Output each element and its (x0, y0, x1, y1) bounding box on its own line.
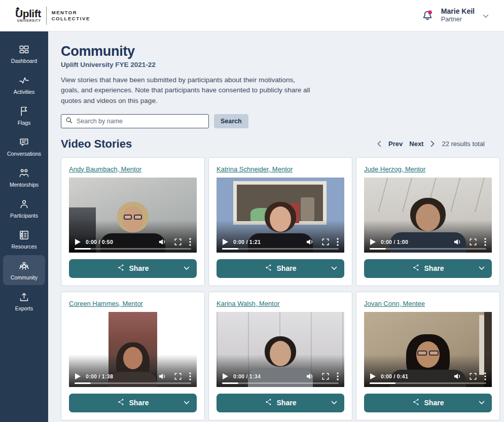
sidebar-item-participants[interactable]: Participants (3, 193, 45, 223)
mentor-collective-logo: MENTOR COLLECTIVE (52, 10, 90, 22)
share-label: Share (129, 399, 149, 407)
video-player[interactable]: 0:00 / 1:34 (217, 312, 344, 387)
search-input[interactable] (77, 118, 204, 125)
volume-icon[interactable] (454, 238, 462, 245)
bell-icon[interactable] (421, 9, 434, 22)
chevron-down-icon (184, 266, 190, 270)
share-icon (412, 398, 420, 407)
video-progress-bar[interactable] (75, 248, 191, 250)
video-controls: 0:00 / 0:41 (364, 372, 492, 380)
activities-icon (4, 75, 44, 87)
video-story-card: Katrina Schneider, Mentor 0:00 / 1:21 (208, 157, 352, 286)
video-progress-bar[interactable] (370, 382, 486, 384)
video-progress-bar[interactable] (370, 248, 486, 250)
mentorships-icon (4, 167, 44, 180)
fullscreen-icon[interactable] (174, 238, 182, 245)
video-time: 0:00 / 0:41 (381, 373, 408, 379)
chevron-down-icon (479, 401, 485, 405)
participant-link[interactable]: Coreen Hammes, Mentor (69, 300, 143, 307)
sidebar-item-label: Dashboard (4, 58, 44, 64)
sidebar-item-label: Participants (4, 213, 44, 219)
kebab-menu-icon[interactable] (484, 372, 486, 380)
sidebar-item-resources[interactable]: Resources (3, 224, 45, 254)
share-button[interactable]: Share (69, 259, 197, 278)
app-header: Uplift UNIVERSITY MENTOR COLLECTIVE Mari… (0, 0, 504, 31)
sidebar-item-mentorships[interactable]: Mentorships (3, 162, 45, 192)
brand-subtext: UNIVERSITY (15, 19, 41, 23)
section-title: Video Stories (61, 137, 132, 151)
video-player[interactable]: 0:00 / 0:41 (364, 312, 492, 387)
video-progress-bar[interactable] (222, 382, 339, 384)
play-icon[interactable] (75, 373, 81, 380)
video-player[interactable]: 0:00 / 1:21 (217, 178, 344, 253)
org-line1: MENTOR (52, 10, 90, 16)
kebab-menu-icon[interactable] (337, 372, 339, 380)
video-story-card: Jude Herzog, Mentor 0:00 / 1:00 (356, 157, 500, 286)
sidebar-item-dashboard[interactable]: Dashboard (3, 39, 45, 68)
participant-link[interactable]: Karina Walsh, Mentor (217, 300, 280, 307)
video-progress-bar[interactable] (75, 382, 191, 384)
sidebar-item-flags[interactable]: Flags (3, 100, 45, 130)
prev-button[interactable]: Prev (388, 140, 403, 148)
sidebar-item-label: Resources (4, 243, 44, 250)
video-time: 0:00 / 1:38 (86, 373, 113, 379)
user-menu[interactable]: Marie Keil Partner (421, 7, 489, 24)
next-button[interactable]: Next (409, 140, 423, 148)
play-icon[interactable] (370, 238, 376, 245)
brand-name: Uplift (15, 8, 41, 19)
share-button[interactable]: Share (69, 394, 197, 412)
video-story-card: Coreen Hammes, Mentor 0:00 / 1:38 (61, 292, 205, 420)
play-icon[interactable] (222, 238, 229, 245)
fullscreen-icon[interactable] (470, 238, 477, 245)
play-icon[interactable] (75, 238, 81, 245)
participant-link[interactable]: Katrina Schneider, Mentor (217, 165, 293, 173)
video-controls: 0:00 / 0:50 (69, 238, 197, 246)
participant-link[interactable]: Andy Baumbach, Mentor (69, 165, 141, 173)
kebab-menu-icon[interactable] (189, 238, 191, 246)
chevron-left-icon[interactable] (377, 140, 382, 147)
video-player[interactable]: 0:00 / 0:50 (69, 178, 197, 253)
resources-icon (4, 229, 44, 241)
sidebar-item-activities[interactable]: Activities (3, 69, 45, 99)
kebab-menu-icon[interactable] (189, 372, 191, 380)
sidebar-item-label: Activities (4, 89, 44, 95)
play-icon[interactable] (222, 373, 229, 380)
video-player[interactable]: 0:00 / 1:00 (364, 178, 492, 253)
volume-icon[interactable] (306, 238, 314, 245)
sidebar-item-exports[interactable]: Exports (3, 286, 45, 316)
play-icon[interactable] (370, 373, 376, 380)
volume-icon[interactable] (159, 373, 167, 380)
participant-link[interactable]: Jude Herzog, Mentor (364, 165, 425, 173)
chevron-down-icon[interactable] (483, 11, 489, 20)
participant-link[interactable]: Jovan Conn, Mentee (364, 300, 425, 307)
fullscreen-icon[interactable] (322, 373, 329, 380)
share-button[interactable]: Share (217, 259, 344, 278)
volume-icon[interactable] (306, 373, 314, 380)
user-info: Marie Keil Partner (441, 7, 475, 24)
volume-icon[interactable] (454, 373, 462, 380)
search-icon (65, 117, 73, 126)
share-button[interactable]: Share (217, 394, 344, 412)
page: Uplift UNIVERSITY MENTOR COLLECTIVE Mari… (0, 0, 504, 422)
share-label: Share (277, 264, 297, 272)
volume-icon[interactable] (159, 238, 167, 245)
share-label: Share (424, 264, 444, 272)
video-player[interactable]: 0:00 / 1:38 (69, 312, 197, 387)
video-controls: 0:00 / 1:38 (69, 372, 197, 380)
fullscreen-icon[interactable] (470, 373, 477, 380)
video-controls: 0:00 / 1:00 (364, 238, 492, 246)
sidebar-item-conversations[interactable]: Conversations (3, 131, 45, 161)
sidebar-item-community[interactable]: Community (3, 255, 45, 285)
video-progress-bar[interactable] (222, 248, 339, 250)
kebab-menu-icon[interactable] (337, 238, 339, 246)
video-controls: 0:00 / 1:21 (217, 238, 344, 246)
fullscreen-icon[interactable] (322, 238, 329, 245)
share-button[interactable]: Share (364, 394, 492, 412)
fullscreen-icon[interactable] (174, 373, 182, 380)
video-time: 0:00 / 0:50 (86, 239, 113, 245)
video-time: 0:00 / 1:34 (233, 373, 261, 379)
share-button[interactable]: Share (364, 259, 492, 278)
kebab-menu-icon[interactable] (484, 238, 486, 246)
search-button[interactable]: Search (214, 114, 248, 128)
chevron-right-icon[interactable] (430, 140, 435, 147)
